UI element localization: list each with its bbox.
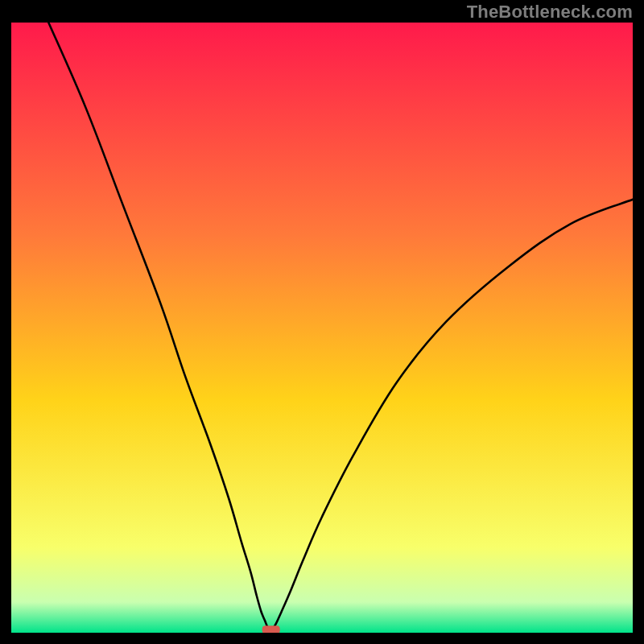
optimal-marker: [262, 625, 280, 633]
bottleneck-plot: [11, 23, 633, 633]
gradient-background: [11, 23, 633, 633]
chart-stage: TheBottleneck.com: [0, 0, 644, 644]
watermark-text: TheBottleneck.com: [467, 2, 633, 23]
